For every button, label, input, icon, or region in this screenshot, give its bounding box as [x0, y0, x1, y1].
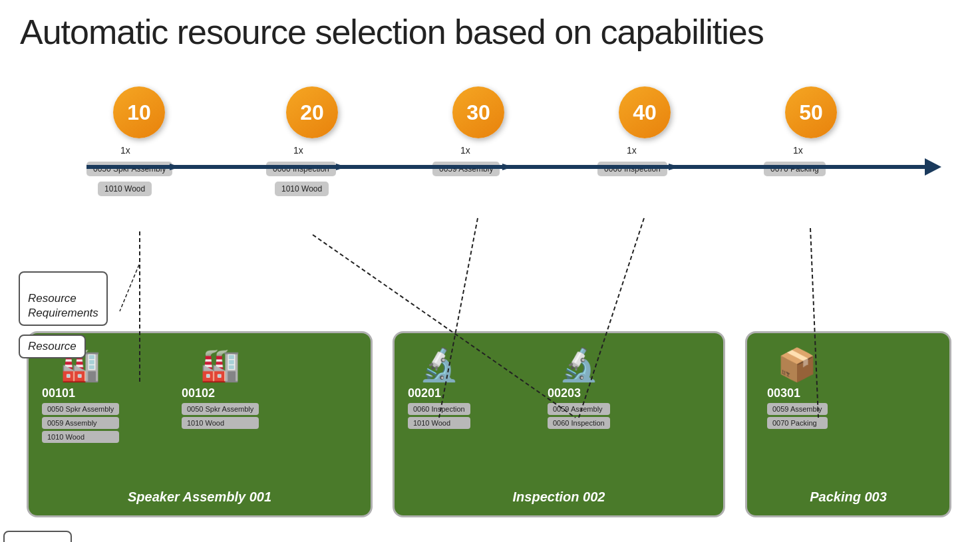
resource-group-2: 🔬 00201 0060 Inspection 1010 Wood 🔬 0020… — [393, 331, 725, 517]
resource-id-00301: 00301 — [767, 386, 828, 400]
res-cap-00203-2: 0060 Inspection — [548, 417, 610, 429]
step-40-qty: 1x — [627, 145, 637, 156]
svg-line-12 — [120, 265, 139, 311]
step-30-cap1: 0059 Assembly — [432, 162, 500, 176]
step-50-cap1: 0070 Packing — [764, 162, 826, 176]
worker-icon-00102: 🏭 — [182, 346, 259, 384]
resource-00301: 📦 00301 0059 Assembly 0070 Packing — [767, 346, 828, 431]
step-10-cap1: 0050 Spkr Assembly — [86, 162, 172, 176]
res-cap-00101-2: 0059 Assembly — [42, 417, 119, 429]
res-cap-00102-2: 1010 Wood — [182, 417, 259, 429]
step-30-qty: 1x — [460, 145, 470, 156]
step-50-circle: 50 — [785, 86, 837, 138]
svg-marker-3 — [336, 164, 347, 170]
step-10-qty: 1x — [120, 145, 130, 156]
resource-00101: 🏭 00101 0050 Spkr Assembly 0059 Assembly… — [42, 346, 119, 445]
step-40-circle: 40 — [619, 86, 671, 138]
page-title: Automatic resource selection based on ca… — [0, 0, 980, 59]
step-40-cap1: 0060 Inspection — [597, 162, 667, 176]
svg-marker-4 — [502, 164, 514, 170]
svg-marker-5 — [669, 164, 680, 170]
callout-resource-requirements: Resource Requirements — [19, 271, 108, 326]
resource-id-00102: 00102 — [182, 386, 259, 400]
resource-id-00101: 00101 — [42, 386, 119, 400]
res-cap-00101-1: 0050 Spkr Assembly — [42, 403, 119, 415]
res-cap-00101-3: 1010 Wood — [42, 431, 119, 443]
res-cap-00301-1: 0059 Assembly — [767, 403, 828, 415]
resource-00102: 🏭 00102 0050 Spkr Assembly 1010 Wood — [182, 346, 259, 431]
callout-resource-capability: Resource Capability — [3, 531, 72, 542]
resource-group-3: 📦 00301 0059 Assembly 0070 Packing Packi… — [745, 331, 951, 517]
rg2-title: Inspection 002 — [395, 489, 723, 505]
res-cap-00301-2: 0070 Packing — [767, 417, 828, 429]
resource-id-00203: 00203 — [548, 386, 610, 400]
worker-icon-00203: 🔬 — [548, 346, 610, 384]
resource-00203: 🔬 00203 0059 Assembly 0060 Inspection — [548, 346, 610, 431]
step-30-circle: 30 — [452, 86, 504, 138]
rg3-title: Packing 003 — [747, 489, 949, 505]
callout-resource: Resource — [19, 335, 86, 358]
worker-icon-00201: 🔬 — [408, 346, 470, 384]
step-20-circle: 20 — [286, 86, 338, 138]
resource-id-00201: 00201 — [408, 386, 470, 400]
step-20-qty: 1x — [293, 145, 303, 156]
res-cap-00201-2: 1010 Wood — [408, 417, 470, 429]
step-20-cap1: 0060 Inspection — [266, 162, 336, 176]
resource-00201: 🔬 00201 0060 Inspection 1010 Wood — [408, 346, 470, 431]
step-20-cap2: 1010 Wood — [275, 182, 329, 196]
step-10-circle: 10 — [113, 86, 165, 138]
rg1-title: Speaker Assembly 001 — [29, 489, 371, 505]
svg-marker-1 — [925, 158, 941, 176]
res-cap-00201-1: 0060 Inspection — [408, 403, 470, 415]
step-10-cap2: 1010 Wood — [98, 182, 152, 196]
worker-icon-00301: 📦 — [767, 346, 828, 384]
resource-group-1: 🏭 00101 0050 Spkr Assembly 0059 Assembly… — [27, 331, 373, 517]
res-cap-00102-1: 0050 Spkr Assembly — [182, 403, 259, 415]
res-cap-00203-1: 0059 Assembly — [548, 403, 610, 415]
step-50-qty: 1x — [793, 145, 803, 156]
